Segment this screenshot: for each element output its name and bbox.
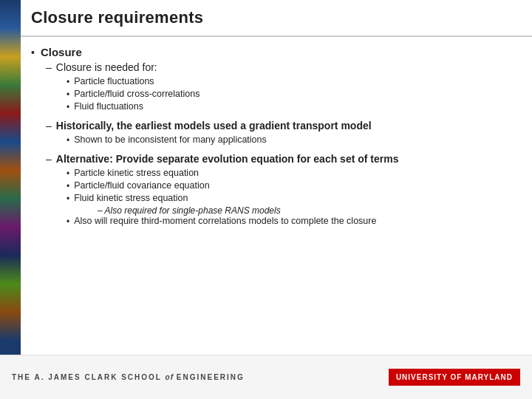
sub-bullet-icon: • <box>66 194 69 204</box>
sub-bullet-text: Also will require third-moment correlati… <box>74 216 376 226</box>
list-item: • Fluid fluctuations <box>66 101 517 112</box>
indent-note: – Also required for single-phase RANS mo… <box>98 205 517 216</box>
top-bullet-item: • Closure <box>31 46 517 58</box>
left-image-strip <box>0 0 21 355</box>
sub-bullet-icon: • <box>66 102 69 112</box>
sub-bullet-icon: • <box>66 89 69 100</box>
section-title-2: Historically, the earliest models used a… <box>56 120 372 132</box>
footer-university-badge: UNIVERSITY OF MARYLAND <box>389 369 520 386</box>
sub-bullet-text: Particle/fluid covariance equation <box>74 180 209 191</box>
section-title-1: Closure is needed for: <box>56 61 157 73</box>
sub-bullet-text: Particle/fluid cross-correlations <box>74 89 200 99</box>
footer-of-text: of <box>166 373 177 381</box>
list-item: • Particle fluctuations <box>66 76 517 87</box>
sub-bullets-3: • Particle kinetic stress equation • Par… <box>66 168 517 227</box>
sub-bullet-icon: • <box>66 77 69 87</box>
list-item: • Particle/fluid cross-correlations <box>66 89 517 100</box>
bullet-icon: • <box>31 47 35 58</box>
footer-text-part2: ENGINEERING <box>177 373 245 381</box>
slide-content: • Closure – Closure is needed for: • Par… <box>21 38 532 355</box>
sub-bullet-text: Fluid kinetic stress equation <box>74 193 188 203</box>
sub-bullet-icon: • <box>66 135 69 146</box>
sub-bullet-text: Particle fluctuations <box>74 76 154 86</box>
list-item: • Also will require third-moment correla… <box>66 216 517 227</box>
sub-bullet-text: Shown to be inconsistent for many applic… <box>74 134 267 145</box>
section-title-3: Alternative: Provide separate evolution … <box>56 153 399 165</box>
dash-icon-2: – <box>46 120 52 132</box>
list-item: • Fluid kinetic stress equation <box>66 193 517 204</box>
slide-title: Closure requirements <box>31 8 203 27</box>
top-bullet-label: Closure <box>41 46 82 58</box>
sub-bullet-icon: • <box>66 168 69 179</box>
list-item: • Shown to be inconsistent for many appl… <box>66 134 517 146</box>
dash-icon-3: – <box>46 153 52 165</box>
sub-bullets-2: • Shown to be inconsistent for many appl… <box>66 134 517 146</box>
footer-school-name: THE A. JAMES CLARK SCHOOL of ENGINEERING <box>12 373 245 381</box>
sub-bullet-text: Particle kinetic stress equation <box>74 168 199 178</box>
sub-bullet-text: Fluid fluctuations <box>74 101 143 112</box>
sub-bullets-1: • Particle fluctuations • Particle/fluid… <box>66 76 517 112</box>
sub-bullet-icon: • <box>66 216 69 227</box>
list-item: • Particle/fluid covariance equation <box>66 180 517 191</box>
section-closure-needed: – Closure is needed for: • Particle fluc… <box>46 61 517 112</box>
sub-bullet-icon: • <box>66 181 69 191</box>
footer-text-part1: THE A. JAMES CLARK SCHOOL <box>12 373 162 381</box>
dash-icon-1: – <box>46 61 52 73</box>
list-item: • Particle kinetic stress equation <box>66 168 517 179</box>
section-header-1: – Closure is needed for: <box>46 61 517 73</box>
slide-footer: THE A. JAMES CLARK SCHOOL of ENGINEERING… <box>0 355 532 399</box>
section-header-2: – Historically, the earliest models used… <box>46 120 517 132</box>
section-historically: – Historically, the earliest models used… <box>46 120 517 146</box>
slide-header: Closure requirements <box>21 0 532 37</box>
section-header-3: – Alternative: Provide separate evolutio… <box>46 153 517 165</box>
section-alternative: – Alternative: Provide separate evolutio… <box>46 153 517 227</box>
